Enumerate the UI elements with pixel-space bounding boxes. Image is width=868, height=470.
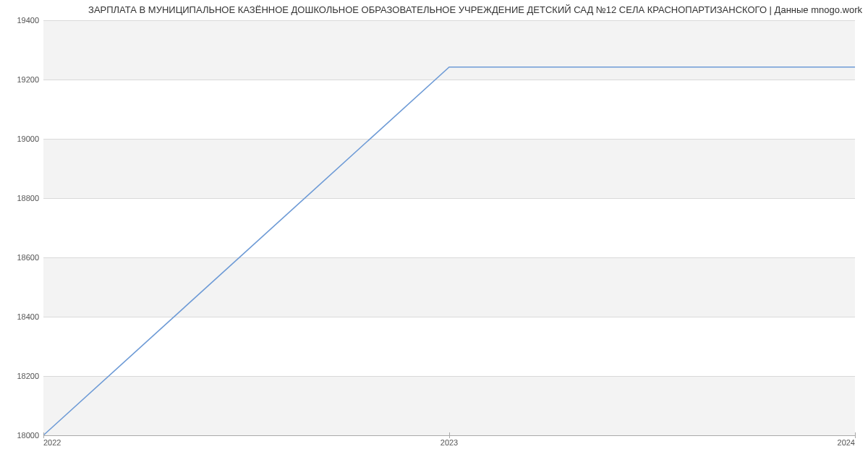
x-tick <box>855 432 856 438</box>
y-tick-label: 18600 <box>3 253 39 262</box>
chart-title: ЗАРПЛАТА В МУНИЦИПАЛЬНОЕ КАЗЁННОЕ ДОШКОЛ… <box>0 4 862 15</box>
x-tick-label: 2024 <box>838 438 855 447</box>
series-line <box>43 67 855 435</box>
x-tick-label: 2023 <box>441 438 458 447</box>
chart-container: ЗАРПЛАТА В МУНИЦИПАЛЬНОЕ КАЗЁННОЕ ДОШКОЛ… <box>0 0 868 470</box>
y-tick-label: 18200 <box>3 372 39 380</box>
y-tick-label: 18000 <box>3 431 39 440</box>
line-layer <box>43 20 855 435</box>
y-tick-label: 18800 <box>3 194 39 202</box>
y-tick-label: 18400 <box>3 312 39 321</box>
y-tick-label: 19000 <box>3 134 39 143</box>
plot-area <box>43 20 855 436</box>
x-tick <box>43 432 44 438</box>
y-tick-label: 19200 <box>3 75 39 84</box>
x-tick-label: 2022 <box>43 438 61 447</box>
y-tick-label: 19400 <box>3 16 39 25</box>
x-tick <box>449 432 450 438</box>
